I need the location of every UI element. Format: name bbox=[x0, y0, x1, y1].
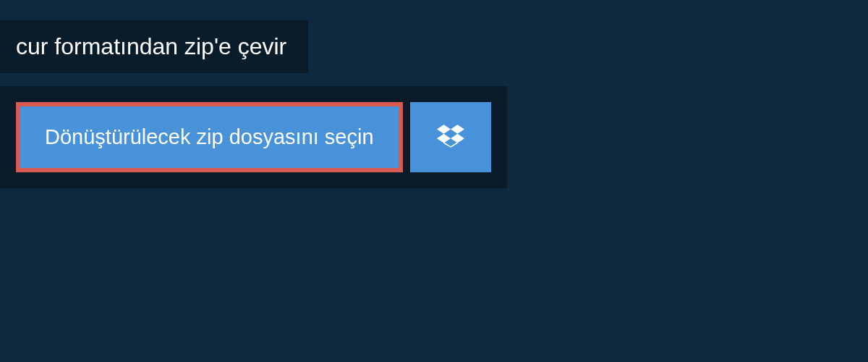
select-file-button-label: Dönüştürülecek zip dosyasını seçin bbox=[45, 125, 374, 149]
page-title: cur formatından zip'e çevir bbox=[0, 20, 308, 73]
dropbox-button[interactable] bbox=[410, 102, 491, 172]
select-file-button[interactable]: Dönüştürülecek zip dosyasını seçin bbox=[16, 102, 403, 172]
upload-panel: Dönüştürülecek zip dosyasını seçin bbox=[0, 86, 507, 188]
dropbox-icon bbox=[437, 122, 464, 153]
page-title-text: cur formatından zip'e çevir bbox=[16, 33, 286, 59]
